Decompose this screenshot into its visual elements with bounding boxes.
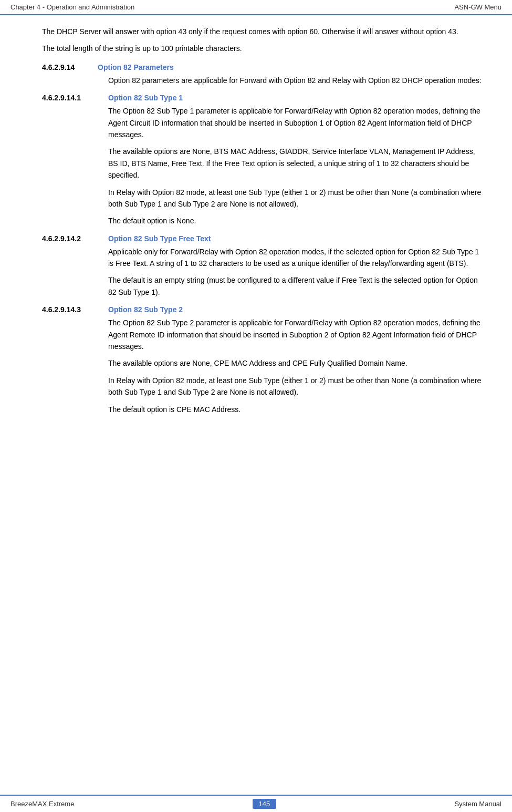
header-chapter: Chapter 4 - Operation and Administration	[11, 3, 134, 11]
subsection-4-6-2-9-14-2-title: Option 82 Sub Type Free Text	[108, 234, 211, 243]
section-4-6-2-9-14-body: Option 82 parameters are applicable for …	[108, 75, 486, 86]
subsection-4-6-2-9-14-1-para1: The Option 82 Sub Type 1 parameter is ap…	[108, 105, 486, 140]
subsection-4-6-2-9-14-3-heading: 4.6.2.9.14.3 Option 82 Sub Type 2	[42, 305, 486, 314]
section-4-6-2-9-14-number: 4.6.2.9.14	[42, 63, 89, 71]
header-bar: Chapter 4 - Operation and Administration…	[0, 0, 512, 15]
footer-page-number: 145	[253, 799, 277, 809]
subsection-4-6-2-9-14-1-heading: 4.6.2.9.14.1 Option 82 Sub Type 1	[42, 94, 486, 102]
subsection-4-6-2-9-14-3-para4: The default option is CPE MAC Address.	[108, 404, 486, 415]
header-title: ASN-GW Menu	[454, 3, 501, 11]
section-4-6-2-9-14-heading: 4.6.2.9.14 Option 82 Parameters	[42, 63, 486, 71]
subsection-4-6-2-9-14-3-para3: In Relay with Option 82 mode, at least o…	[108, 375, 486, 398]
subsection-4-6-2-9-14-3-para1: The Option 82 Sub Type 2 parameter is ap…	[108, 317, 486, 352]
subsection-4-6-2-9-14-3-para2: The available options are None, CPE MAC …	[108, 357, 486, 369]
footer-bar: BreezeMAX Extreme 145 System Manual	[0, 795, 512, 812]
subsection-4-6-2-9-14-1-para2: The available options are None, BTS MAC …	[108, 146, 486, 181]
intro-para1: The DHCP Server will answer with option …	[42, 26, 486, 37]
subsection-4-6-2-9-14-1-para4: The default option is None.	[108, 215, 486, 227]
subsection-4-6-2-9-14-1-number: 4.6.2.9.14.1	[42, 94, 100, 102]
subsection-4-6-2-9-14-2-para2: The default is an empty string (must be …	[108, 274, 486, 298]
subsection-4-6-2-9-14-2-heading: 4.6.2.9.14.2 Option 82 Sub Type Free Tex…	[42, 234, 486, 243]
section-4-6-2-9-14-title: Option 82 Parameters	[98, 63, 174, 71]
subsection-4-6-2-9-14-1-title: Option 82 Sub Type 1	[108, 94, 183, 102]
content-area: The DHCP Server will answer with option …	[0, 15, 512, 795]
intro-para2: The total length of the string is up to …	[42, 43, 486, 54]
subsection-4-6-2-9-14-1-para3: In Relay with Option 82 mode, at least o…	[108, 187, 486, 210]
subsection-4-6-2-9-14-2-para1: Applicable only for Forward/Relay with O…	[108, 246, 486, 270]
subsection-4-6-2-9-14-3-number: 4.6.2.9.14.3	[42, 305, 100, 314]
subsection-4-6-2-9-14-3-title: Option 82 Sub Type 2	[108, 305, 183, 314]
footer-left: BreezeMAX Extreme	[11, 800, 74, 808]
footer-right: System Manual	[454, 800, 501, 808]
subsection-4-6-2-9-14-2-number: 4.6.2.9.14.2	[42, 234, 100, 243]
page-container: Chapter 4 - Operation and Administration…	[0, 0, 512, 812]
